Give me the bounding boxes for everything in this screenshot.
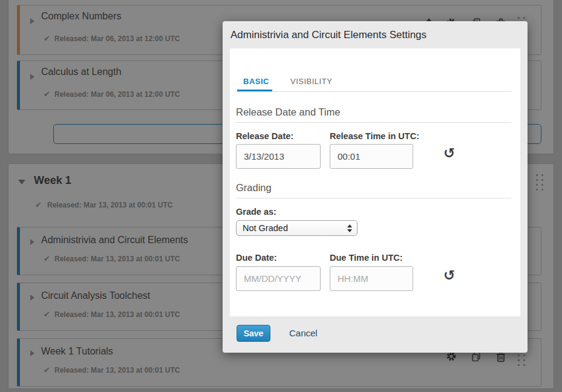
due-time-input[interactable] <box>330 266 413 291</box>
grading-divider <box>236 198 511 198</box>
grade-as-label: Grade as: <box>236 207 276 217</box>
grading-heading: Grading <box>236 182 272 194</box>
release-divider <box>236 122 511 123</box>
release-time-input[interactable] <box>330 144 413 169</box>
modal-body: BASIC VISIBILITY Release Date and Time R… <box>230 48 520 316</box>
tab-basic[interactable]: BASIC <box>243 77 269 86</box>
select-arrows-icon <box>347 224 352 232</box>
release-heading: Release Date and Time <box>236 106 340 118</box>
grade-as-value: Not Graded <box>237 223 347 233</box>
save-button[interactable]: Save <box>237 325 270 342</box>
grade-as-select[interactable]: Not Graded <box>236 220 358 236</box>
release-date-input[interactable] <box>236 144 321 169</box>
due-time-label: Due Time in UTC: <box>330 253 403 263</box>
due-date-label: Due Date: <box>236 253 277 263</box>
modal-title: Administrivia and Circuit Elements Setti… <box>230 29 426 41</box>
cancel-link[interactable]: Cancel <box>289 328 318 338</box>
course-outline-page: Complex Numbers ✔ Released: Mar 06, 2013… <box>0 0 562 392</box>
tab-visibility[interactable]: VISIBILITY <box>290 77 332 86</box>
release-date-label: Release Date: <box>236 131 293 141</box>
due-date-input[interactable] <box>236 266 321 291</box>
subsection-settings-modal: Administrivia and Circuit Elements Setti… <box>223 21 528 353</box>
reset-release-icon[interactable]: ↺ <box>443 146 455 160</box>
release-time-label: Release Time in UTC: <box>330 131 419 141</box>
tabs-divider <box>236 91 511 92</box>
reset-due-icon[interactable]: ↺ <box>443 269 455 283</box>
